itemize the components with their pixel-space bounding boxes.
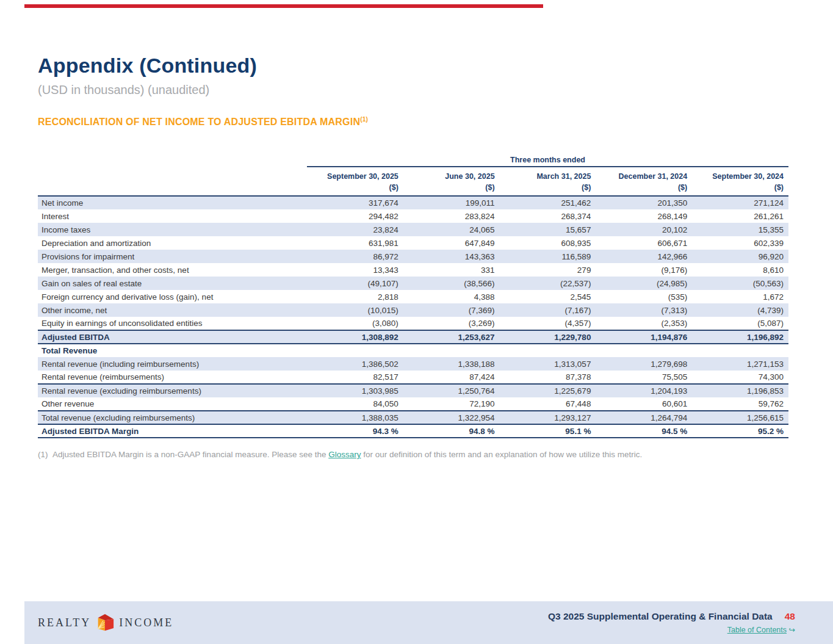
row-value: 72,190	[403, 397, 500, 411]
table-row: Gain on sales of real estate(49,107)(38,…	[38, 277, 788, 290]
row-label: Rental revenue (including reimbursements…	[38, 357, 307, 371]
row-value: 1,256,615	[692, 411, 788, 424]
table-row: Adjusted EBITDA Margin94.3 %94.8 %95.1 %…	[38, 424, 788, 438]
row-value: 1,250,764	[403, 384, 500, 397]
table-of-contents-label: Table of Contents	[727, 626, 787, 634]
table-row: Provisions for impairment86,972143,36311…	[38, 250, 788, 263]
table-row: Rental revenue (excluding reimbursements…	[38, 384, 788, 397]
row-value: (24,985)	[596, 277, 692, 290]
row-value: (2,353)	[596, 317, 692, 330]
row-value: (3,080)	[307, 317, 403, 330]
row-value: 331	[403, 263, 500, 277]
row-label: Net income	[38, 196, 307, 209]
row-value	[403, 344, 500, 357]
row-value: (7,313)	[596, 303, 692, 317]
table-row: Merger, transaction, and other costs, ne…	[38, 263, 788, 277]
row-value	[596, 344, 692, 357]
row-value: (10,015)	[307, 303, 403, 317]
row-value: 1,196,853	[692, 384, 788, 397]
row-value: 1,322,954	[403, 411, 500, 424]
row-label: Gain on sales of real estate	[38, 277, 307, 290]
row-value: 261,261	[692, 209, 788, 223]
row-value: 1,386,502	[307, 357, 403, 371]
row-value: 15,355	[692, 223, 788, 236]
table-row: Net income317,674199,011251,462201,35027…	[38, 196, 788, 209]
row-value: 1,338,188	[403, 357, 500, 371]
span-header: Three months ended	[307, 156, 788, 167]
row-value: 602,339	[692, 236, 788, 250]
row-value: 251,462	[500, 196, 596, 209]
row-value: 95.1 %	[500, 424, 596, 438]
table-row: Rental revenue (including reimbursements…	[38, 357, 788, 371]
row-value: 82,517	[307, 371, 403, 384]
row-label: Adjusted EBITDA	[38, 330, 307, 344]
page-title: Appendix (Continued)	[38, 54, 788, 78]
unit-header: ($)	[596, 183, 692, 196]
row-value: 94.8 %	[403, 424, 500, 438]
unit-header: ($)	[500, 183, 596, 196]
row-value	[500, 344, 596, 357]
row-value: 1,313,057	[500, 357, 596, 371]
footnote-text: Adjusted EBITDA Margin is a non-GAAP fin…	[52, 450, 642, 459]
row-value: 23,824	[307, 223, 403, 236]
page-subtitle: (USD in thousands) (unaudited)	[38, 83, 788, 97]
row-value: 94.3 %	[307, 424, 403, 438]
logo-word-income: INCOME	[119, 617, 173, 629]
row-value: 96,920	[692, 250, 788, 263]
footer-right: Q3 2025 Supplemental Operating & Financi…	[548, 611, 795, 634]
row-value: 1,194,876	[596, 330, 692, 344]
row-value: 75,505	[596, 371, 692, 384]
row-value: 1,204,193	[596, 384, 692, 397]
section-heading-text: RECONCILIATION OF NET INCOME TO ADJUSTED…	[38, 117, 360, 127]
row-value: 87,378	[500, 371, 596, 384]
table-row: Income taxes23,82424,06515,65720,10215,3…	[38, 223, 788, 236]
row-value: 294,482	[307, 209, 403, 223]
table-of-contents-link[interactable]: Table of Contents ↪	[727, 625, 795, 634]
row-value: 279	[500, 263, 596, 277]
table-row: Other revenue84,05072,19067,44860,60159,…	[38, 397, 788, 411]
row-value: 13,343	[307, 263, 403, 277]
footnote-text-after: for our definition of this term and an e…	[361, 450, 643, 459]
row-value: (4,357)	[500, 317, 596, 330]
row-value: 4,388	[403, 290, 500, 303]
row-value: 20,102	[596, 223, 692, 236]
row-value: 1,293,127	[500, 411, 596, 424]
row-value: 60,601	[596, 397, 692, 411]
row-value: (7,167)	[500, 303, 596, 317]
row-value: 199,011	[403, 196, 500, 209]
row-value: 1,271,153	[692, 357, 788, 371]
row-value: 2,545	[500, 290, 596, 303]
row-value: 1,196,892	[692, 330, 788, 344]
section-heading: RECONCILIATION OF NET INCOME TO ADJUSTED…	[38, 116, 788, 128]
row-value: (5,087)	[692, 317, 788, 330]
row-label: Adjusted EBITDA Margin	[38, 424, 307, 438]
row-value: 8,610	[692, 263, 788, 277]
column-header: March 31, 2025	[500, 167, 596, 183]
row-value: 94.5 %	[596, 424, 692, 438]
table-row: Adjusted EBITDA1,308,8921,253,6271,229,7…	[38, 330, 788, 344]
row-label: Foreign currency and derivative loss (ga…	[38, 290, 307, 303]
house-icon	[91, 613, 119, 632]
row-value: 142,966	[596, 250, 692, 263]
row-value: (49,107)	[307, 277, 403, 290]
row-value: 15,657	[500, 223, 596, 236]
unit-header-row: ($)($)($)($)($)	[38, 183, 788, 196]
row-value: 1,229,780	[500, 330, 596, 344]
table-row: Total Revenue	[38, 344, 788, 357]
column-header-row: September 30, 2025June 30, 2025March 31,…	[38, 167, 788, 183]
footnote: (1) Adjusted EBITDA Margin is a non-GAAP…	[38, 450, 788, 459]
row-value: 84,050	[307, 397, 403, 411]
row-value: 1,672	[692, 290, 788, 303]
row-value	[307, 344, 403, 357]
row-value: 87,424	[403, 371, 500, 384]
row-label: Merger, transaction, and other costs, ne…	[38, 263, 307, 277]
section-heading-footnote-ref: (1)	[360, 116, 368, 123]
row-value: 24,065	[403, 223, 500, 236]
row-value: 268,374	[500, 209, 596, 223]
row-value: 606,671	[596, 236, 692, 250]
table-row: Foreign currency and derivative loss (ga…	[38, 290, 788, 303]
column-header: September 30, 2025	[307, 167, 403, 183]
glossary-link[interactable]: Glossary	[328, 450, 361, 459]
row-value: (7,369)	[403, 303, 500, 317]
logo-word-realty: REALTY	[38, 617, 91, 629]
